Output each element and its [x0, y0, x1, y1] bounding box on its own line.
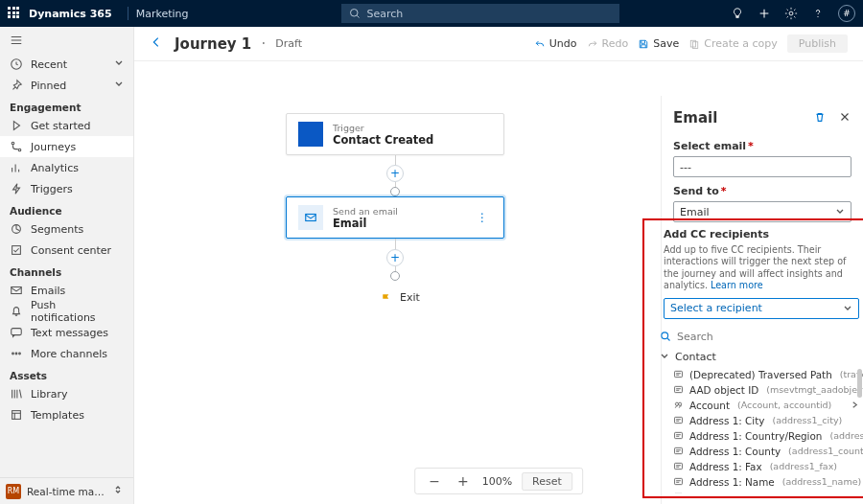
nav-pinned[interactable]: Pinned: [0, 75, 133, 96]
node-email[interactable]: Send an email Email ⋮: [286, 196, 504, 239]
people-icon: [673, 400, 684, 410]
add-step-button[interactable]: +: [386, 249, 404, 266]
attribute-row[interactable]: Address 1: Country/Region (address1_cou.…: [652, 428, 863, 444]
nav-label: Consent center: [31, 244, 124, 257]
global-top-bar: Dynamics 365 Marketing Search #: [0, 0, 863, 27]
attribute-secondary: (Account, accountid): [737, 400, 831, 410]
svg-point-0: [351, 10, 359, 17]
zoom-reset-button[interactable]: Reset: [522, 472, 572, 491]
attribute-list: (Deprecated) Traversed Path (traversedpa…: [652, 367, 863, 493]
journey-canvas[interactable]: Trigger Contact Created + Send an email …: [134, 61, 863, 504]
attribute-secondary: (address1_telephone1): [783, 492, 863, 493]
select-email-label: Select email*: [673, 140, 851, 152]
text-field-icon: [673, 476, 684, 487]
nav-label: Triggers: [31, 183, 124, 195]
panel-title: Email: [673, 109, 717, 126]
nav-text-messages[interactable]: Text messages: [0, 322, 133, 343]
help-icon[interactable]: [811, 7, 825, 20]
lightbulb-icon[interactable]: [731, 7, 744, 20]
nav-analytics[interactable]: Analytics: [0, 157, 133, 178]
zoom-in-button[interactable]: +: [454, 473, 473, 489]
attribute-row[interactable]: Address 1: Name (address1_name): [652, 474, 863, 490]
area-name: Real-time marketi...: [27, 486, 107, 497]
app-launcher-icon[interactable]: [8, 7, 21, 20]
zoom-out-button[interactable]: −: [425, 473, 444, 489]
scrollbar-thumb[interactable]: [857, 369, 862, 398]
hamburger-button[interactable]: [0, 27, 133, 54]
email-icon: [298, 205, 323, 230]
select-email-input[interactable]: ---: [673, 156, 851, 177]
learn-more-link[interactable]: Learn more: [711, 280, 763, 290]
create-copy-button[interactable]: Create a copy: [688, 37, 778, 50]
nav-push-notifications[interactable]: Push notifications: [0, 301, 133, 322]
attribute-label: Address 1: County: [689, 446, 781, 457]
node-menu-button[interactable]: ⋮: [473, 211, 492, 224]
text-field-icon: [673, 369, 684, 379]
nav-journeys[interactable]: Journeys: [0, 136, 133, 157]
attribute-secondary: (msevtmgt_aadobjectid): [766, 384, 863, 395]
global-search[interactable]: Search: [341, 4, 619, 23]
attribute-row[interactable]: Address 1: City (address1_city): [652, 413, 863, 428]
attribute-row[interactable]: Account (Account, accountid): [652, 398, 863, 413]
attribute-row[interactable]: (Deprecated) Traversed Path (traversedpa…: [652, 367, 863, 382]
publish-button[interactable]: Publish: [787, 34, 848, 53]
nav-emails[interactable]: Emails: [0, 280, 133, 301]
attribute-secondary: (address1_city): [772, 415, 842, 425]
attribute-row[interactable]: Address 1: County (address1_county): [652, 444, 863, 459]
redo-button[interactable]: Redo: [587, 37, 629, 50]
svg-point-6: [18, 149, 21, 151]
node-kicker: Trigger: [333, 123, 433, 133]
node-exit[interactable]: Exit: [381, 291, 420, 304]
nav-label: Analytics: [31, 162, 124, 174]
node-name: Contact Created: [333, 133, 433, 147]
area-switcher[interactable]: RM Real-time marketi...: [0, 477, 133, 504]
plus-icon[interactable]: [758, 7, 771, 20]
text-field-icon: [673, 446, 684, 456]
undo-label: Undo: [549, 37, 577, 50]
back-button[interactable]: [150, 34, 163, 53]
dropdown-group-contact[interactable]: Contact: [652, 347, 863, 367]
nav-segments[interactable]: Segments: [0, 218, 133, 240]
nav-recent[interactable]: Recent: [0, 54, 133, 75]
templates-icon: [10, 408, 23, 422]
attribute-row[interactable]: Address 1: Fax (address1_fax): [652, 459, 863, 474]
delete-button[interactable]: [813, 110, 827, 126]
node-kicker: Send an email: [333, 206, 398, 217]
nav-library[interactable]: Library: [0, 383, 133, 404]
dropdown-search[interactable]: Search: [652, 327, 863, 347]
nav-get-started[interactable]: Get started: [0, 115, 133, 136]
attribute-row[interactable]: AAD object ID (msevtmgt_aadobjectid): [652, 382, 863, 398]
svg-point-21: [675, 403, 678, 406]
select-recipient-input[interactable]: Select a recipient: [664, 298, 859, 319]
undo-button[interactable]: Undo: [534, 37, 577, 50]
svg-rect-10: [12, 329, 22, 335]
attribute-row[interactable]: Address 1: Phone (address1_telephone1): [652, 490, 863, 493]
svg-point-13: [19, 353, 21, 355]
nav-templates[interactable]: Templates: [0, 404, 133, 425]
user-avatar[interactable]: #: [838, 5, 855, 22]
zoom-value: 100%: [482, 475, 512, 488]
page-title: Journey 1: [175, 35, 251, 53]
attribute-label: Address 1: Country/Region: [689, 430, 822, 442]
svg-point-5: [12, 142, 14, 145]
text-field-icon: [673, 461, 684, 471]
nav-more-channels[interactable]: More channels: [0, 343, 133, 364]
nav-label: More channels: [31, 348, 124, 360]
chevron-right-icon: [851, 400, 859, 411]
text-field-icon: [673, 415, 684, 425]
node-trigger[interactable]: Trigger Contact Created: [286, 113, 504, 155]
svg-rect-26: [675, 464, 683, 470]
exit-label: Exit: [400, 291, 420, 304]
attribute-label: Address 1: Phone: [689, 492, 776, 493]
nav-group-assets: Assets: [0, 364, 133, 383]
svg-point-12: [15, 353, 17, 355]
save-button[interactable]: Save: [638, 37, 679, 50]
gear-icon[interactable]: [784, 7, 798, 20]
svg-rect-9: [12, 287, 22, 294]
nav-triggers[interactable]: Triggers: [0, 178, 133, 199]
nav-consent-center[interactable]: Consent center: [0, 240, 133, 261]
close-button[interactable]: [838, 110, 851, 126]
consent-icon: [10, 243, 23, 257]
svg-rect-24: [675, 433, 683, 439]
add-step-button[interactable]: +: [386, 165, 404, 182]
